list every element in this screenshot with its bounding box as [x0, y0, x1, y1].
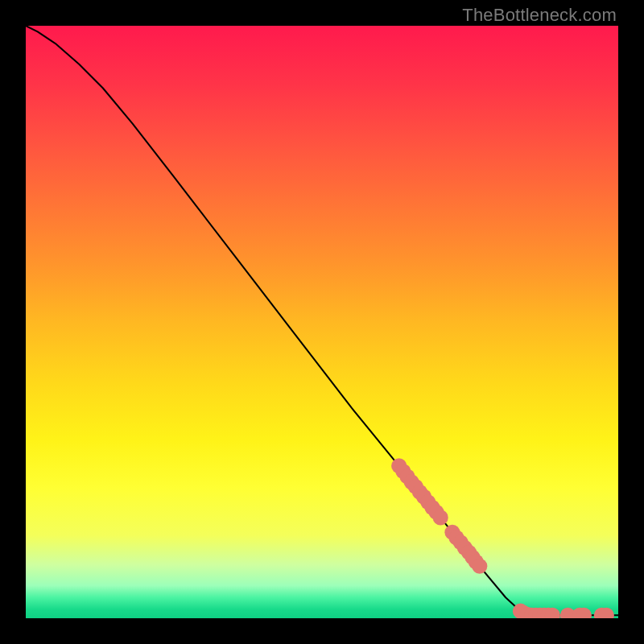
- chart-stage: TheBottleneck.com: [0, 0, 644, 644]
- gradient-background: [26, 26, 618, 618]
- chart-svg: [26, 26, 618, 618]
- plot-area: [26, 26, 618, 618]
- data-marker: [433, 510, 448, 525]
- watermark-text: TheBottleneck.com: [462, 5, 617, 26]
- data-marker: [472, 559, 487, 574]
